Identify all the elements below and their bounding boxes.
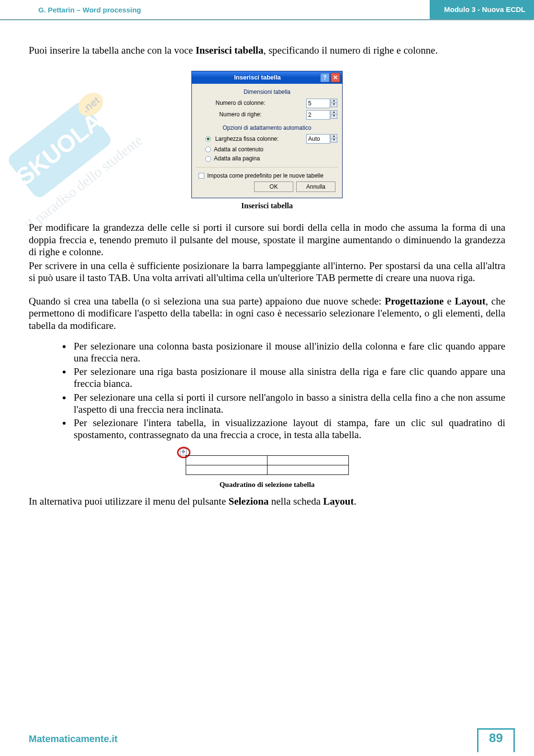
radio-fit-content[interactable] — [205, 147, 211, 152]
cancel-button[interactable]: Annulla — [296, 181, 335, 192]
page-content: SKUOLA .net il paradiso dello studente P… — [0, 21, 534, 508]
group-dimensions-label: Dimensioni tabella — [197, 89, 337, 95]
columns-input[interactable] — [306, 99, 330, 108]
radio-fixed-label: Larghezza fissa colonne: — [214, 135, 280, 142]
checkbox-set-default-label: Imposta come predefinito per le nuove ta… — [207, 172, 323, 179]
list-item: Per selezionare l'intera tabella, in vis… — [72, 417, 505, 441]
chevron-down-icon[interactable]: ▼ — [331, 138, 337, 143]
columns-spinner[interactable]: ▲ ▼ — [306, 99, 337, 108]
list-item: Per selezionare una cella si porti il cu… — [72, 392, 505, 416]
radio-fit-page-label: Adatta alla pagina — [214, 155, 260, 162]
rows-input[interactable] — [306, 110, 330, 120]
page-header: G. Pettarin – Word processing Modulo 3 -… — [0, 0, 534, 19]
table-handle-caption: Quadratino di selezione tabella — [29, 480, 505, 489]
selection-bullet-list: Per selezionare una colonna basta posizi… — [72, 340, 505, 441]
ok-button[interactable]: OK — [254, 181, 293, 192]
dialog-caption: Inserisci tabella — [29, 201, 505, 210]
chevron-down-icon[interactable]: ▼ — [331, 103, 337, 107]
header-left: G. Pettarin – Word processing — [38, 6, 141, 14]
page-footer: Matematicamente.it 89 — [0, 733, 534, 745]
insert-table-dialog: Inserisci tabella ? ✕ Dimensioni tabella… — [191, 71, 343, 198]
separator — [196, 167, 338, 168]
header-right: Modulo 3 - Nuova ECDL — [430, 0, 534, 19]
table-handle-figure: ✥ — [181, 450, 353, 477]
rows-label: Numero di righe: — [203, 111, 278, 118]
fixed-width-input[interactable] — [306, 134, 330, 144]
radio-fit-content-label: Adatta al contenuto — [214, 146, 263, 153]
closing-paragraph: In alternativa puoi utilizzare il menu d… — [29, 496, 505, 508]
page-number: 89 — [477, 728, 515, 752]
rows-spinner[interactable]: ▲ ▼ — [306, 110, 337, 120]
intro-paragraph: Puoi inserire la tabella anche con la vo… — [29, 45, 505, 56]
radio-fixed-width[interactable] — [205, 136, 211, 142]
body-paragraph-2: Per scrivere in una cella è sufficiente … — [29, 260, 505, 284]
help-icon[interactable]: ? — [320, 73, 330, 82]
list-item: Per selezionare una riga basta posiziona… — [72, 366, 505, 390]
dialog-title: Inserisci tabella — [196, 74, 319, 81]
close-icon[interactable]: ✕ — [331, 73, 340, 82]
dialog-titlebar: Inserisci tabella ? ✕ — [192, 71, 342, 84]
columns-label: Numero di colonne: — [203, 100, 278, 106]
radio-fit-page[interactable] — [205, 156, 211, 162]
footer-site: Matematicamente.it — [29, 733, 515, 745]
group-autofit-label: Opzioni di adattamento automatico — [197, 124, 337, 131]
body-paragraph-3: Quando si crea una tabella (o si selezio… — [29, 295, 505, 332]
list-item: Per selezionare una colonna basta posizi… — [72, 340, 505, 364]
body-paragraph-1: Per modificare la grandezza delle celle … — [29, 222, 505, 258]
sample-table — [186, 455, 349, 475]
chevron-down-icon[interactable]: ▼ — [331, 114, 337, 119]
checkbox-set-default[interactable] — [199, 173, 204, 179]
fixed-width-spinner[interactable]: ▲ ▼ — [306, 134, 337, 144]
